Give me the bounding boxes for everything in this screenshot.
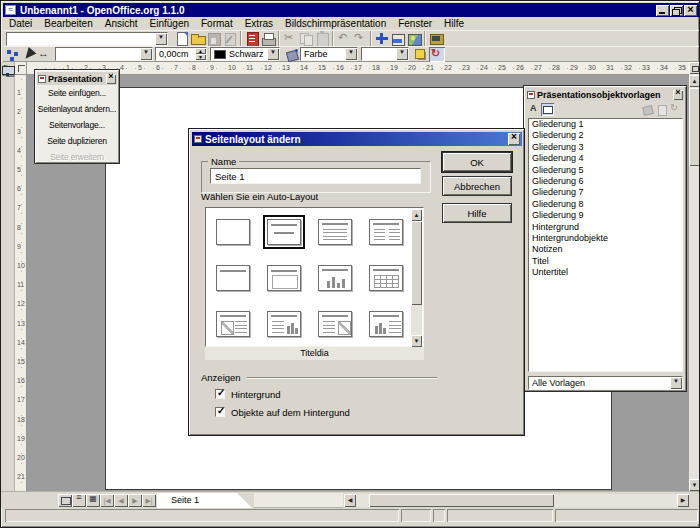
dropdown-arrow-icon[interactable]: [670, 377, 682, 389]
line-color-combobox[interactable]: Schwarz: [210, 47, 280, 61]
layout-thumbnail[interactable]: [360, 209, 411, 255]
menu-item[interactable]: Fenster: [392, 17, 438, 30]
first-page-icon[interactable]: |◀: [100, 494, 114, 507]
scroll-left-icon[interactable]: ◀: [344, 494, 356, 507]
palette-titlebar[interactable]: Präsentation: [37, 72, 117, 85]
open-icon[interactable]: [190, 31, 206, 46]
update-style-icon[interactable]: [669, 103, 682, 116]
spin-down-icon[interactable]: [195, 54, 206, 60]
scroll-up-icon[interactable]: ▲: [689, 75, 700, 87]
fill-color-combobox[interactable]: [361, 47, 409, 61]
layout-thumbnail[interactable]: [258, 301, 309, 347]
dropdown-arrow-icon[interactable]: [396, 48, 408, 60]
palette-item[interactable]: Seite duplizieren: [37, 133, 117, 149]
view-outline-icon[interactable]: [72, 494, 86, 507]
dropdown-arrow-icon[interactable]: [345, 48, 357, 60]
checkbox[interactable]: [215, 407, 225, 417]
checkbox[interactable]: [215, 389, 225, 399]
page-tab[interactable]: Seite 1: [157, 493, 254, 509]
name-input[interactable]: Seite 1: [210, 168, 421, 184]
scrollbar-corner-button[interactable]: [689, 62, 700, 74]
view-drawing-icon[interactable]: [58, 494, 72, 507]
vertical-scrollbar[interactable]: ▲ ▼: [689, 62, 700, 491]
cancel-button[interactable]: Abbrechen: [442, 176, 512, 196]
maximize-button[interactable]: [670, 5, 683, 16]
dropdown-arrow-icon[interactable]: [267, 48, 279, 60]
palette-item[interactable]: Seite einfügen...: [37, 85, 117, 101]
edit-points-icon[interactable]: [5, 47, 21, 62]
edit-file-icon[interactable]: [222, 31, 238, 46]
close-button[interactable]: [684, 5, 697, 16]
export-pdf-icon[interactable]: [244, 31, 260, 46]
style-item[interactable]: Notizen: [529, 244, 682, 255]
layout-thumbnail[interactable]: [309, 255, 360, 301]
scroll-up-icon[interactable]: ▲: [411, 209, 422, 221]
new-style-from-selection-icon[interactable]: [655, 103, 668, 116]
rotation-mode-icon[interactable]: [429, 47, 445, 62]
layout-scrollbar[interactable]: ▲ ▼: [411, 209, 422, 347]
menu-item[interactable]: Bildschirmpräsentation: [279, 17, 392, 30]
area-fill-icon[interactable]: [284, 47, 300, 62]
horizontal-scrollbar[interactable]: ◀ ▶: [344, 494, 689, 507]
minimize-button[interactable]: [656, 5, 669, 16]
line-width-spinner[interactable]: 0,00cm: [155, 47, 207, 61]
style-item[interactable]: Gliederung 8: [529, 199, 682, 210]
horizontal-scrollbar-thumb[interactable]: [369, 494, 554, 507]
pen-icon[interactable]: [21, 47, 37, 62]
view-slides-icon[interactable]: [86, 494, 100, 507]
palette-item[interactable]: Seitenvorlage...: [37, 117, 117, 133]
menu-item[interactable]: Datei: [3, 17, 38, 30]
paste-icon[interactable]: [314, 31, 330, 46]
url-combobox[interactable]: [6, 32, 168, 46]
scroll-right-icon[interactable]: ▶: [677, 494, 689, 507]
layout-thumbnail[interactable]: [207, 301, 258, 347]
palette-item[interactable]: Seite erweitern: [37, 149, 117, 165]
style-item[interactable]: Gliederung 4: [529, 153, 682, 164]
save-icon[interactable]: [206, 31, 222, 46]
presentation-styles-icon[interactable]: [541, 103, 554, 116]
layout-thumbnail[interactable]: [207, 255, 258, 301]
fill-style-combobox[interactable]: Farbe: [300, 47, 358, 61]
checkbox-row[interactable]: Objekte auf dem Hintergund: [215, 403, 435, 421]
style-item[interactable]: Untertitel: [529, 267, 682, 278]
vertical-scrollbar-thumb[interactable]: [689, 88, 700, 166]
dropdown-arrow-icon[interactable]: [140, 48, 152, 60]
layout-thumbnail[interactable]: [258, 209, 309, 255]
redo-icon[interactable]: [352, 31, 368, 46]
gallery-icon[interactable]: [406, 31, 422, 46]
presentation-icon[interactable]: [428, 31, 444, 46]
style-filter-combobox[interactable]: Alle Vorlagen: [528, 376, 683, 390]
palette-close-icon[interactable]: [106, 74, 116, 84]
line-style-combobox[interactable]: [55, 47, 153, 61]
style-item[interactable]: Gliederung 3: [529, 142, 682, 153]
style-item[interactable]: Gliederung 6: [529, 176, 682, 187]
previous-page-icon[interactable]: ◀: [114, 494, 128, 507]
layout-thumbnail[interactable]: [309, 301, 360, 347]
style-item[interactable]: Titel: [529, 256, 682, 267]
menu-item[interactable]: Extras: [239, 17, 279, 30]
navigator-icon[interactable]: [374, 31, 390, 46]
shadow-icon[interactable]: [413, 47, 429, 62]
dialog-titlebar[interactable]: Seitenlayout ändern: [192, 132, 522, 146]
style-item[interactable]: Gliederung 2: [529, 130, 682, 141]
style-item[interactable]: Gliederung 1: [529, 119, 682, 130]
print-icon[interactable]: [260, 31, 276, 46]
copy-icon[interactable]: [298, 31, 314, 46]
style-item[interactable]: Hintergrundobjekte: [529, 233, 682, 244]
help-button[interactable]: Hilfe: [442, 203, 512, 223]
ok-button[interactable]: OK: [442, 152, 512, 172]
graphic-styles-icon[interactable]: [527, 103, 540, 116]
style-item[interactable]: Hintergrund: [529, 222, 682, 233]
scroll-down-icon[interactable]: ▼: [411, 335, 422, 347]
checkbox-row[interactable]: Hintergrund: [215, 385, 435, 403]
menu-item[interactable]: Ansicht: [99, 17, 144, 30]
layout-thumbnail[interactable]: [258, 255, 309, 301]
new-document-icon[interactable]: [174, 31, 190, 46]
dialog-close-icon[interactable]: [508, 133, 520, 145]
layout-thumbnail[interactable]: [360, 255, 411, 301]
fill-format-mode-icon[interactable]: [641, 103, 654, 116]
menu-item[interactable]: Format: [195, 17, 239, 30]
dropdown-arrow-icon[interactable]: [155, 33, 167, 45]
menu-item[interactable]: Hilfe: [438, 17, 470, 30]
scroll-down-icon[interactable]: ▼: [689, 479, 700, 491]
